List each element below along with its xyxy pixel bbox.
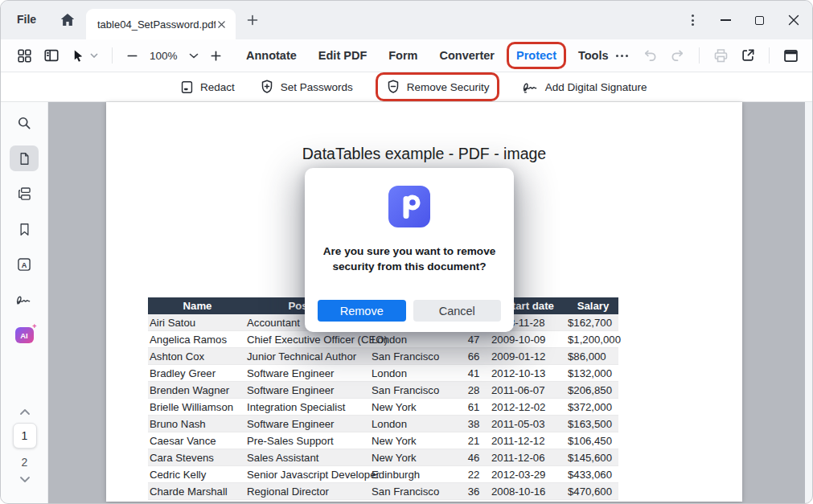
table-cell: Software Engineer	[247, 418, 372, 430]
protect-toolbar: Redact Set Passwords Remove Security Add…	[1, 72, 812, 102]
sidebar-thumbnails-button[interactable]	[10, 145, 39, 171]
tab-form[interactable]: Form	[388, 49, 417, 62]
table-cell: $162,700	[568, 317, 618, 329]
table-cell: 2012-03-29	[491, 469, 568, 481]
redact-button[interactable]: Redact	[179, 80, 235, 95]
tab-title: table04_SetPassword.pdf	[97, 18, 216, 31]
zoom-out-icon	[126, 50, 138, 62]
cancel-button[interactable]: Cancel	[413, 300, 502, 322]
new-tab-button[interactable]	[247, 14, 258, 26]
sidebar-search-button[interactable]	[10, 110, 39, 136]
redo-button[interactable]	[669, 47, 686, 64]
zoom-level[interactable]: 100%	[150, 50, 178, 62]
export-icon	[740, 47, 756, 64]
table-cell: San Francisco	[372, 486, 456, 498]
tab-close-button[interactable]	[216, 18, 228, 31]
sidebar-annotations-button[interactable]: A	[10, 252, 39, 277]
minimize-button[interactable]	[721, 19, 731, 21]
set-passwords-label: Set Passwords	[281, 81, 353, 93]
vertical-scrollbar[interactable]	[805, 102, 812, 503]
close-button[interactable]	[788, 14, 799, 26]
table-row: Bruno NashSoftware EngineerLondon382011-…	[148, 416, 618, 432]
table-row: Bradley GreerSoftware EngineerLondon4120…	[148, 365, 618, 382]
minimize-icon	[721, 19, 731, 21]
table-cell: Senior Javascript Developer	[247, 469, 372, 481]
shield-plus-icon	[259, 79, 275, 95]
table-cell: $372,000	[568, 401, 618, 413]
table-cell: 2012-12-02	[491, 401, 568, 413]
remove-button[interactable]: Remove	[318, 300, 406, 322]
export-button[interactable]	[740, 47, 756, 64]
table-cell: $106,450	[568, 435, 618, 447]
app-window: File table04_SetPassword.pdf	[0, 0, 813, 504]
table-row: Brenden WagnerSoftware EngineerSan Franc…	[148, 382, 618, 399]
table-cell: 41	[456, 367, 491, 379]
table-row: Ashton CoxJunior Technical AuthorSan Fra…	[148, 348, 618, 365]
layout-button[interactable]	[782, 47, 799, 64]
dialog-message: Are you sure you want to remove security…	[318, 244, 500, 274]
table-cell: London	[372, 418, 456, 430]
search-icon	[16, 115, 32, 131]
sidebar-outline-button[interactable]	[10, 181, 39, 207]
table-cell: Charde Marshall	[148, 486, 247, 498]
annotation-icon: A	[16, 256, 32, 272]
zoom-dropdown-button[interactable]	[189, 53, 199, 59]
select-tool-button[interactable]	[71, 48, 98, 64]
signature-icon	[15, 293, 33, 307]
document-tab[interactable]: table04_SetPassword.pdf	[86, 9, 236, 39]
tab-edit-pdf[interactable]: Edit PDF	[318, 49, 367, 62]
sidebar-ai-button[interactable]: AI+	[10, 322, 39, 348]
sidebar-signatures-button[interactable]	[10, 287, 39, 313]
add-digital-signature-button[interactable]: Add Digital Signature	[522, 80, 647, 94]
tab-tools[interactable]: Tools	[578, 49, 609, 62]
table-cell: Ashton Cox	[148, 350, 247, 363]
table-cell: 2011-12-12	[491, 435, 568, 447]
table-cell: 2011-05-03	[491, 418, 568, 430]
more-button[interactable]	[613, 51, 631, 60]
next-page-number[interactable]: 2	[22, 456, 28, 469]
main-toolbar: 100% Annotate Edit PDF Form Converter Pr…	[1, 39, 812, 72]
home-icon	[59, 11, 76, 29]
tab-annotate[interactable]: Annotate	[246, 49, 297, 62]
current-page-indicator[interactable]: 1	[13, 423, 37, 449]
maximize-button[interactable]	[755, 16, 764, 25]
window-menu-button[interactable]	[689, 12, 696, 28]
table-cell: $470,600	[568, 486, 618, 498]
table-row: Cara StevensSales AssistantNew York46201…	[148, 449, 618, 466]
tab-converter[interactable]: Converter	[440, 49, 495, 62]
table-cell: Brenden Wagner	[148, 384, 247, 396]
table-cell: 36	[456, 486, 491, 498]
table-cell: Bruno Nash	[148, 418, 247, 430]
remove-security-dialog: Are you sure you want to remove security…	[305, 168, 514, 332]
zoom-in-button[interactable]	[210, 50, 222, 62]
title-bar: File table04_SetPassword.pdf	[1, 1, 812, 39]
zoom-out-button[interactable]	[126, 50, 138, 62]
sidebar-bookmarks-button[interactable]	[10, 216, 39, 242]
new-tab-icon	[247, 14, 258, 26]
print-button[interactable]	[712, 47, 729, 64]
close-icon	[788, 14, 799, 26]
panel-view-icon	[43, 47, 60, 64]
table-body: Airi SatouAccountantTokyo332008-11-28$16…	[148, 314, 618, 500]
chevron-up-icon	[18, 408, 31, 416]
tab-protect[interactable]: Protect	[516, 49, 556, 62]
grid-view-button[interactable]	[17, 48, 32, 64]
set-passwords-button[interactable]: Set Passwords	[259, 79, 353, 95]
remove-security-button[interactable]: Remove Security	[385, 79, 490, 95]
ai-icon: AI+	[15, 327, 34, 343]
previous-page-button[interactable]	[18, 408, 31, 416]
table-cell: Chief Executive Officer (CEO)	[247, 334, 372, 346]
table-cell: Bradley Greer	[148, 367, 247, 379]
table-row: Caesar VancePre-Sales SupportNew York212…	[148, 432, 618, 449]
grid-view-icon	[17, 48, 32, 64]
table-cell: $206,850	[568, 384, 618, 396]
file-menu[interactable]: File	[17, 13, 36, 26]
home-button[interactable]	[59, 11, 76, 29]
panel-view-button[interactable]	[43, 47, 60, 64]
zoom-in-icon	[210, 50, 222, 62]
undo-button[interactable]	[642, 47, 659, 64]
tab-close-icon	[217, 20, 226, 29]
table-cell: Edinburgh	[372, 469, 456, 481]
table-cell: 47	[456, 334, 491, 346]
next-page-button[interactable]	[18, 476, 31, 484]
